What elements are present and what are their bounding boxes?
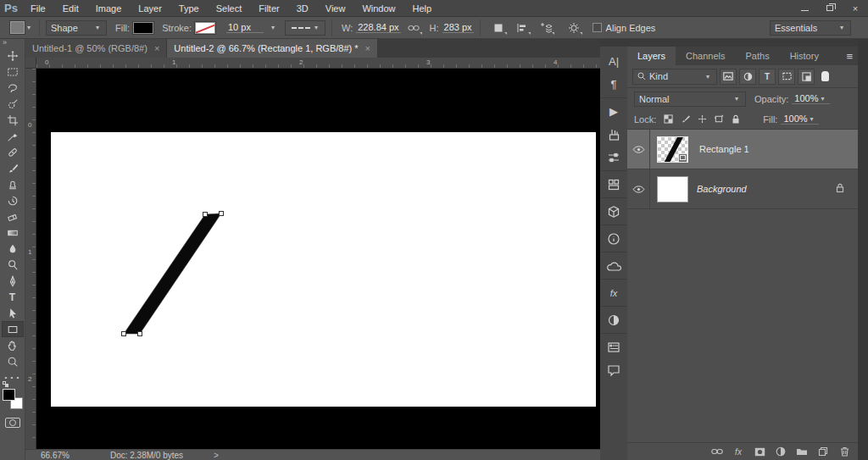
- lock-all-button[interactable]: [729, 113, 743, 126]
- type-tool[interactable]: T: [2, 289, 24, 305]
- new-group-button[interactable]: [795, 445, 809, 458]
- crop-tool[interactable]: [2, 112, 24, 128]
- visibility-toggle[interactable]: [627, 130, 650, 169]
- path-arrangement-button[interactable]: [537, 19, 555, 36]
- gradient-tool[interactable]: [2, 224, 24, 241]
- filter-smart-objects-button[interactable]: [798, 69, 815, 85]
- restore-button[interactable]: [817, 0, 843, 17]
- new-adjustment-layer-button[interactable]: [774, 445, 787, 458]
- vertical-ruler[interactable]: 0 1 2: [25, 69, 36, 449]
- quick-mask-button[interactable]: [5, 418, 20, 428]
- menu-edit[interactable]: Edit: [54, 0, 87, 17]
- pasteboard[interactable]: [36, 69, 600, 449]
- layer-row-background[interactable]: Background: [627, 169, 858, 209]
- layer-filtering-toggle[interactable]: [821, 71, 829, 81]
- toolbar-collapse-chevron[interactable]: »: [0, 39, 9, 47]
- visibility-toggle[interactable]: [627, 169, 650, 208]
- filter-pixel-layers-button[interactable]: [720, 69, 737, 85]
- stroke-swatch-no-color[interactable]: [195, 22, 215, 34]
- menu-3d[interactable]: 3D: [288, 0, 317, 17]
- eraser-tool[interactable]: [2, 208, 24, 224]
- layer-name[interactable]: Rectangle 1: [699, 144, 749, 154]
- paragraph-panel-button[interactable]: ¶: [601, 73, 626, 96]
- fill-field[interactable]: 100% ▾: [781, 114, 818, 125]
- shape-settings-button[interactable]: [565, 19, 583, 36]
- menu-image[interactable]: Image: [87, 0, 131, 17]
- foreground-color-swatch[interactable]: [3, 389, 15, 401]
- stroke-type-select[interactable]: ▾: [285, 20, 326, 36]
- move-tool[interactable]: [2, 47, 24, 64]
- layer-comps-panel-button[interactable]: [601, 335, 626, 358]
- brush-tool[interactable]: [2, 160, 24, 176]
- menu-help[interactable]: Help: [404, 0, 441, 17]
- default-colors-icon[interactable]: [3, 381, 8, 387]
- layer-row-rectangle-1[interactable]: Rectangle 1: [627, 130, 858, 169]
- info-panel-button[interactable]: [601, 227, 626, 250]
- link-layers-button[interactable]: [710, 445, 724, 458]
- tab-close-icon[interactable]: ×: [365, 43, 370, 53]
- zoom-level-field[interactable]: 66.67%: [41, 451, 70, 460]
- tab-close-icon[interactable]: ×: [154, 43, 159, 53]
- opacity-field[interactable]: 100% ▾: [792, 93, 829, 104]
- menu-select[interactable]: Select: [208, 0, 251, 17]
- 3d-panel-button[interactable]: [601, 200, 626, 223]
- filter-shape-layers-button[interactable]: [778, 69, 795, 85]
- lock-pixels-button[interactable]: [678, 113, 692, 126]
- libraries-panel-button[interactable]: [601, 173, 626, 196]
- minimize-button[interactable]: [792, 0, 817, 17]
- brushes-panel-button[interactable]: [601, 123, 626, 146]
- brush-settings-panel-button[interactable]: [601, 146, 626, 169]
- lock-position-button[interactable]: [695, 113, 709, 126]
- blur-tool[interactable]: [2, 241, 24, 257]
- lock-transparency-button[interactable]: [661, 113, 675, 126]
- stroke-width-value[interactable]: 10 px: [226, 22, 264, 33]
- close-button[interactable]: ×: [843, 0, 868, 17]
- add-layer-mask-button[interactable]: [753, 445, 766, 458]
- tab-layers[interactable]: Layers: [627, 47, 676, 65]
- lasso-tool[interactable]: [2, 80, 24, 96]
- hand-tool[interactable]: [2, 337, 24, 353]
- tab-untitled-1[interactable]: Untitled-1 @ 50% (RGB/8#) ×: [25, 39, 167, 58]
- align-edges-checkbox[interactable]: [593, 23, 602, 32]
- document-canvas[interactable]: [51, 132, 596, 407]
- shape-height-field[interactable]: 283 px: [442, 22, 474, 33]
- horizontal-ruler[interactable]: 0 1 2 3 4: [36, 58, 600, 69]
- menu-window[interactable]: Window: [353, 0, 403, 17]
- zoom-tool[interactable]: [2, 353, 24, 369]
- chevron-down-icon[interactable]: ▾: [271, 24, 275, 31]
- styles-panel-button[interactable]: fx: [601, 281, 626, 304]
- lock-artboard-button[interactable]: [712, 113, 726, 126]
- menu-filter[interactable]: Filter: [250, 0, 287, 17]
- shape-width-field[interactable]: 228.84 px: [356, 22, 400, 33]
- eyedropper-tool[interactable]: [2, 128, 24, 144]
- blend-mode-select[interactable]: Normal ▾: [634, 91, 746, 107]
- dodge-tool[interactable]: [2, 257, 24, 273]
- layer-name[interactable]: Background: [697, 184, 747, 194]
- path-alignment-button[interactable]: [513, 19, 531, 36]
- pen-tool[interactable]: [2, 273, 24, 289]
- tab-channels[interactable]: Channels: [676, 47, 735, 65]
- layer-thumbnail[interactable]: [657, 176, 688, 202]
- filter-adjustment-layers-button[interactable]: [739, 69, 756, 85]
- link-dimensions-icon[interactable]: [404, 19, 423, 36]
- tool-mode-select[interactable]: Shape ▾: [46, 20, 107, 36]
- rectangle-tool[interactable]: [2, 321, 24, 337]
- layer-style-button[interactable]: fx: [732, 445, 745, 458]
- menu-layer[interactable]: Layer: [130, 0, 170, 17]
- tool-preset-chevron-icon[interactable]: ▾: [27, 24, 31, 31]
- tool-preset-icon[interactable]: [10, 21, 25, 34]
- menu-type[interactable]: Type: [170, 0, 208, 17]
- menu-view[interactable]: View: [317, 0, 354, 17]
- new-layer-button[interactable]: [816, 445, 830, 458]
- menu-file[interactable]: File: [22, 0, 54, 17]
- adjustments-panel-button[interactable]: [601, 308, 626, 331]
- path-selection-tool[interactable]: [2, 305, 24, 321]
- tab-untitled-2[interactable]: Untitled-2 @ 66.7% (Rectangle 1, RGB/8#)…: [167, 39, 378, 58]
- actions-panel-button[interactable]: ▶: [601, 100, 626, 123]
- character-panel-button[interactable]: A|: [601, 50, 626, 73]
- path-operations-button[interactable]: [489, 19, 508, 36]
- tab-paths[interactable]: Paths: [736, 47, 780, 65]
- delete-layer-button[interactable]: [837, 445, 851, 458]
- notes-panel-button[interactable]: [601, 358, 626, 381]
- clone-stamp-tool[interactable]: [2, 176, 24, 192]
